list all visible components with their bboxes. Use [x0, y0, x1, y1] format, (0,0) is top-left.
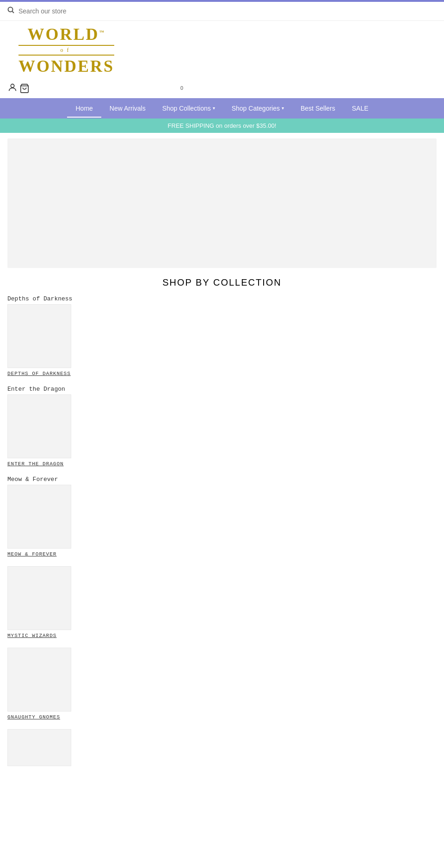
nav-item-best-sellers[interactable]: Best Sellers	[292, 99, 344, 118]
shipping-banner: FREE SHIPPING on orders over $35.00!	[0, 119, 444, 133]
nav-item-shop-categories[interactable]: Shop Categories ▾	[223, 99, 292, 118]
section-title: SHOP BY COLLECTION	[0, 277, 444, 288]
cart-icon-button[interactable]	[19, 83, 30, 95]
search-bar	[0, 2, 444, 21]
logo-area: WORLD™ of WONDERS	[0, 21, 444, 79]
list-item: Enter the Dragon ENTER THE DRAGON	[7, 386, 437, 467]
user-icon-button[interactable]	[7, 82, 18, 94]
collection-label-1[interactable]: ENTER THE DRAGON	[7, 461, 437, 467]
main-nav: Home New Arrivals Shop Collections ▾ Sho…	[0, 98, 444, 119]
collection-image-1[interactable]	[7, 394, 71, 458]
collection-caption-1: Enter the Dragon	[7, 386, 437, 393]
logo-tm: ™	[99, 30, 105, 35]
collection-label-0[interactable]: DEPTHS OF DARKNESS	[7, 371, 437, 376]
svg-line-1	[12, 12, 14, 13]
collection-caption-0: Depths of Darkness	[7, 295, 437, 302]
search-icon	[7, 6, 15, 16]
collection-list: Depths of Darkness DEPTHS OF DARKNESS En…	[0, 295, 444, 766]
collection-label-3[interactable]: MYSTIC WIZARDS	[7, 633, 437, 638]
collection-image-2[interactable]	[7, 485, 71, 549]
collection-image-0[interactable]	[7, 304, 71, 368]
logo-line1: WORLD™	[18, 25, 114, 44]
collection-image-5[interactable]	[7, 729, 71, 766]
nav-item-home[interactable]: Home	[67, 99, 101, 118]
shop-categories-chevron: ▾	[282, 106, 284, 111]
shop-collections-chevron: ▾	[213, 106, 215, 111]
cart-count: 0	[180, 85, 183, 91]
collection-caption-2: Meow & Forever	[7, 476, 437, 483]
logo-of: of	[18, 47, 114, 54]
nav-item-shop-collections[interactable]: Shop Collections ▾	[154, 99, 223, 118]
list-item: Depths of Darkness DEPTHS OF DARKNESS	[7, 295, 437, 376]
svg-point-0	[8, 7, 13, 12]
hero-image	[7, 138, 437, 268]
icons-row: 0	[0, 79, 444, 98]
collection-image-3[interactable]	[7, 566, 71, 630]
collection-label-4[interactable]: GNAUGHTY GNOMES	[7, 714, 437, 720]
list-item: Meow & Forever MEOW & FOREVER	[7, 476, 437, 557]
nav-item-new-arrivals[interactable]: New Arrivals	[101, 99, 154, 118]
collection-image-4[interactable]	[7, 648, 71, 712]
search-input[interactable]	[18, 7, 111, 15]
list-item: GNAUGHTY GNOMES	[7, 648, 437, 720]
svg-point-2	[11, 84, 14, 87]
list-item	[7, 729, 437, 766]
collection-label-2[interactable]: MEOW & FOREVER	[7, 551, 437, 557]
list-item: MYSTIC WIZARDS	[7, 566, 437, 638]
logo-line2: WONDERS	[18, 56, 114, 76]
nav-item-sale[interactable]: SALE	[344, 99, 377, 118]
